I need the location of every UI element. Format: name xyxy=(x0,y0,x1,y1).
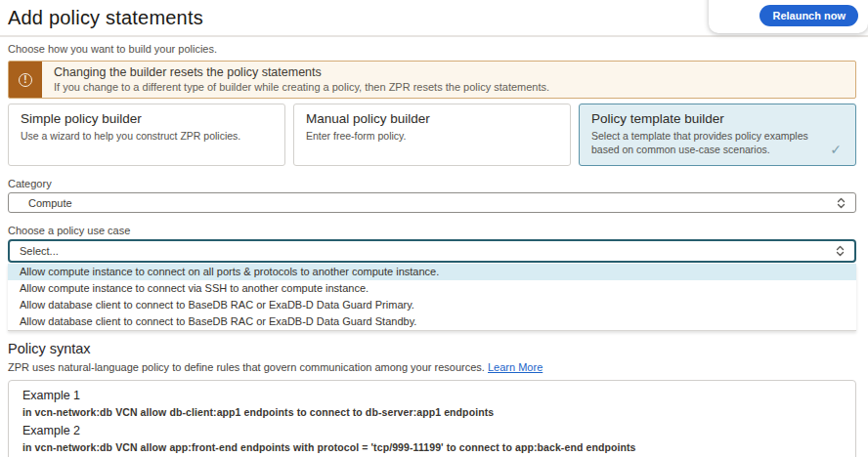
card-title: Manual policy builder xyxy=(306,111,558,126)
example-label: Example 1 xyxy=(22,389,842,402)
warning-banner-body: Changing the builder resets the policy s… xyxy=(42,62,561,98)
use-case-select[interactable]: Select... xyxy=(8,239,856,263)
header-divider xyxy=(0,35,868,37)
builder-cards-row: Simple policy builder Use a wizard to he… xyxy=(8,104,856,166)
card-title: Simple policy builder xyxy=(21,111,273,126)
use-case-label: Choose a policy use case xyxy=(8,225,868,236)
relaunch-now-button[interactable]: Relaunch now xyxy=(760,5,858,26)
use-case-option[interactable]: Allow compute instance to connect on all… xyxy=(8,264,856,280)
policy-syntax-heading: Policy syntax xyxy=(8,341,868,356)
add-policy-statements-page: Relaunch now Add policy statements Choos… xyxy=(0,0,868,457)
category-selected-value: Compute xyxy=(28,197,72,209)
warning-banner-title: Changing the builder resets the policy s… xyxy=(54,65,549,79)
warning-banner-stripe: ! xyxy=(9,62,42,98)
builder-instructions: Choose how you want to build your polici… xyxy=(8,43,868,55)
policy-syntax-description-text: ZPR uses natural-language policy to defi… xyxy=(8,361,485,373)
example-label: Example 2 xyxy=(22,424,842,437)
policy-examples-box: Example 1 in vcn-network:db VCN allow db… xyxy=(8,380,856,457)
use-case-option[interactable]: Allow database client to connect to Base… xyxy=(8,313,856,330)
card-description: Enter free-form policy. xyxy=(306,130,528,144)
category-select[interactable]: Compute xyxy=(8,192,856,213)
selected-check-icon: ✓ xyxy=(830,142,842,157)
simple-policy-builder-card[interactable]: Simple policy builder Use a wizard to he… xyxy=(8,104,285,166)
warning-banner: ! Changing the builder resets the policy… xyxy=(8,61,856,99)
relaunch-popup: Relaunch now xyxy=(709,0,868,33)
learn-more-link[interactable]: Learn More xyxy=(488,361,542,373)
policy-syntax-description: ZPR uses natural-language policy to defi… xyxy=(8,361,868,373)
example-policy-statement: in vcn-network:db VCN allow app:front-en… xyxy=(22,441,842,453)
card-description: Select a template that provides policy e… xyxy=(591,130,813,156)
category-label: Category xyxy=(8,178,868,189)
manual-policy-builder-card[interactable]: Manual policy builder Enter free-form po… xyxy=(293,104,571,166)
use-case-option[interactable]: Allow compute instance to connect via SS… xyxy=(8,280,856,297)
use-case-option-list: Allow compute instance to connect on all… xyxy=(8,264,856,331)
policy-template-builder-card[interactable]: Policy template builder Select a templat… xyxy=(579,104,856,166)
select-spinner-icon xyxy=(836,245,845,257)
select-spinner-icon xyxy=(837,197,846,209)
warning-banner-message: If you change to a different type of bui… xyxy=(54,81,549,93)
warning-icon: ! xyxy=(19,73,32,87)
use-case-selected-value: Select... xyxy=(20,245,59,257)
card-title: Policy template builder xyxy=(591,111,844,126)
card-description: Use a wizard to help you construct ZPR p… xyxy=(21,130,242,144)
use-case-option[interactable]: Allow database client to connect to Base… xyxy=(8,297,856,313)
example-policy-statement: in vcn-network:db VCN allow db-client:ap… xyxy=(22,406,842,418)
